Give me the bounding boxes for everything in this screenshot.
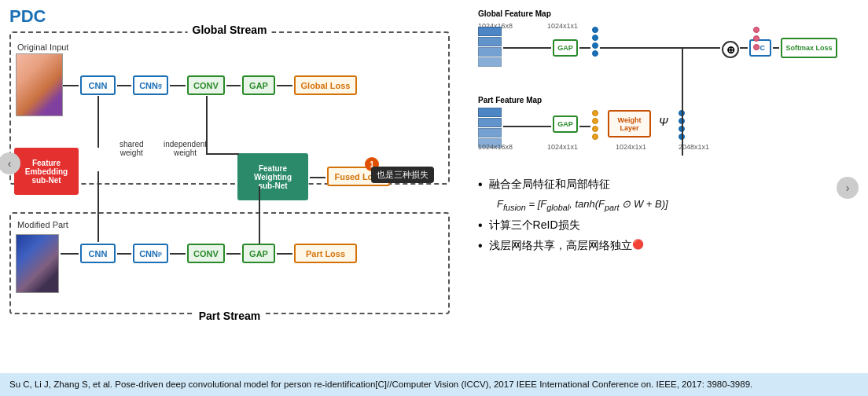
independent-weight-label: independentweight	[164, 140, 207, 157]
arrow-gap1-col1	[579, 47, 590, 49]
bullet-item-1: • 融合全局特征和局部特征	[478, 178, 859, 192]
nn-diagram: Global Feature Map 1024x16x8 1024x1x1 GA…	[478, 9, 840, 174]
feature-weighting-box: FeatureWeightingsub-Net	[237, 153, 308, 200]
dim-d3: 1024x16x8	[478, 143, 513, 151]
part-stream-label: Part Stream	[194, 310, 266, 322]
fc-dots-pink	[753, 27, 760, 50]
arrow-cnn1-cnng	[117, 85, 131, 86]
modified-part-label: Modified Part	[17, 220, 68, 229]
softmax-loss-box: Softmax Loss	[781, 38, 837, 58]
arrow-col1-oplus	[600, 47, 720, 49]
original-image	[16, 53, 63, 116]
bullet-item-2: • 计算三个ReID损失	[478, 218, 859, 233]
bullet-dot-3: •	[478, 239, 483, 253]
cnnp-box: CNNp	[133, 244, 168, 263]
arrow-img-cnn1	[63, 85, 79, 86]
gap2-box: GAP	[242, 244, 275, 263]
right-panel: Global Feature Map 1024x16x8 1024x1x1 GA…	[465, 6, 859, 370]
global-loss-box: Global Loss	[294, 75, 357, 95]
modified-image	[16, 234, 59, 293]
col-after-gap1	[592, 27, 598, 57]
arrow-h-to-featureweight	[206, 153, 239, 155]
arrow-cnng-conv1	[170, 85, 186, 86]
part-loss-box: Part Loss	[294, 244, 357, 263]
arrow-fweight-fusedloss	[310, 177, 326, 178]
cnn1-box: CNN	[80, 75, 116, 95]
cnn2-box: CNN	[80, 244, 116, 263]
dim-d2: 1024x1x1	[547, 22, 578, 30]
part-feature-label: Part Feature Map	[478, 96, 542, 104]
bullet-item-3: • 浅层网络共享，高层网络独立 🔴	[478, 239, 859, 253]
bullet-dot-1: •	[478, 178, 483, 192]
arrow-gap2-featureweight	[259, 186, 260, 244]
formula: Ffusion = [Fglobal, tanh(Fpart ⊙ W + B)]	[497, 198, 859, 212]
arrow-part-gap2	[503, 126, 551, 127]
global-feature-stack	[478, 27, 502, 67]
main-container: PDC ‹ Global Stream Part Stream Original…	[0, 0, 868, 396]
weight-layer-box: WeightLayer	[608, 110, 651, 138]
arrow-conv1-gap1	[226, 85, 241, 86]
nav-right-arrow[interactable]: ›	[837, 177, 859, 199]
cnng-box: CNNg	[133, 75, 168, 95]
arrow-oplus-fc	[740, 47, 748, 49]
psi-symbol: Ψ	[659, 116, 668, 128]
feature-embedding-box: FeatureEmbeddingsub-Net	[14, 148, 79, 195]
arrow-cnnp-conv2	[170, 253, 186, 255]
left-panel: PDC ‹ Global Stream Part Stream Original…	[9, 6, 465, 370]
global-feature-label: Global Feature Map	[478, 9, 551, 18]
arrow-embed-down	[97, 171, 99, 242]
arrow-modified-cnn2	[61, 253, 79, 255]
dim-d5: 1024x1x1	[616, 143, 646, 151]
arrow-v-dots-oplus	[682, 49, 683, 156]
nn-gap2: GAP	[553, 116, 578, 133]
dim-d4: 1024x1x1	[547, 143, 578, 151]
arrow-gap2-dots	[579, 126, 590, 127]
conv2-box: CONV	[187, 244, 225, 263]
gap1-box: GAP	[242, 75, 275, 95]
oplus-symbol: ⊕	[722, 41, 739, 58]
global-stream-label: Global Stream	[188, 24, 272, 36]
arrow-embed-up	[97, 96, 99, 148]
arrow-conv2-gap2	[226, 253, 241, 255]
arrow-cnn2-cnnp	[117, 253, 131, 255]
arrow-fc-softmax	[773, 47, 779, 49]
part-stream-box: Part Stream	[9, 212, 450, 314]
original-input-label: Original Input	[17, 42, 68, 52]
part-feature-stack	[478, 108, 502, 148]
bullet-dot-2: •	[478, 218, 483, 233]
citation-bar: Su C, Li J, Zhang S, et al. Pose-driven …	[0, 373, 868, 396]
diagram-area: Global Stream Part Stream Original Input…	[9, 31, 458, 346]
col-after-gap2	[592, 110, 598, 140]
arrow-cnng-featureweight	[206, 96, 208, 153]
tooltip-bubble: 也是三种损失	[371, 167, 434, 183]
shared-weight-label: sharedweight	[120, 140, 144, 157]
conv1-box: CONV	[187, 75, 225, 95]
arrow-gap1-globalloss	[277, 85, 292, 86]
arrow-gap2-partloss	[277, 253, 292, 255]
arrow-global-gap1	[503, 47, 551, 49]
nn-gap1: GAP	[553, 39, 578, 57]
red-marker-icon: 🔴	[632, 239, 644, 250]
content-area: PDC ‹ Global Stream Part Stream Original…	[0, 0, 868, 373]
bullet-points: • 融合全局特征和局部特征 Ffusion = [Fglobal, tanh(F…	[478, 178, 859, 253]
